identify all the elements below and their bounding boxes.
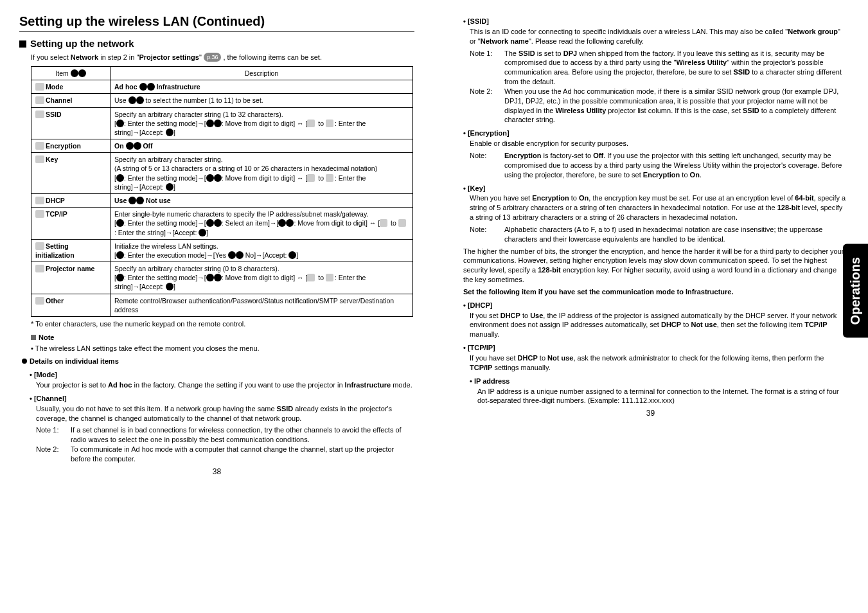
encryption-note: Note: Encryption is factory-set to Off. … xyxy=(470,151,848,180)
page: Setting up the wireless LAN (Continued) … xyxy=(0,0,868,613)
note-tag: Note 1: xyxy=(36,425,71,445)
ip-address-label: IP address xyxy=(470,377,848,386)
row-ssid-desc: Specify an arbitrary character string (1… xyxy=(111,107,413,139)
t: SSID xyxy=(743,107,759,114)
key-paragraph-2: The higher the number of bits, the stron… xyxy=(463,247,848,285)
t: projector list column. If this is the ca… xyxy=(606,107,743,114)
note-tag: Note 2: xyxy=(36,445,71,464)
table-row: Encryption On Off xyxy=(31,139,413,153)
left-icon xyxy=(206,174,214,182)
t: 64-bit xyxy=(795,194,813,202)
note-tag: Note: xyxy=(470,151,504,180)
row-projector-name-desc: Specify an arbitrary character string (0… xyxy=(111,262,413,294)
ssid-icon xyxy=(35,111,44,118)
enter-icon xyxy=(166,129,173,136)
right-icon xyxy=(214,274,222,281)
page-number-right: 39 xyxy=(453,408,848,418)
channel-body: Usually, you do not have to set this ite… xyxy=(36,404,414,423)
row-label: SSID xyxy=(46,111,62,118)
row-channel-desc: Use to select the number (1 to 11) to be… xyxy=(111,94,413,107)
note-tag: Note: xyxy=(470,225,504,244)
t: DHCP xyxy=(661,321,681,328)
t: DPJ xyxy=(563,49,577,57)
t: Encryption xyxy=(532,194,569,202)
left-icon xyxy=(126,142,134,150)
right-icon xyxy=(214,174,222,182)
right-column: [SSID] This is an ID code for connecting… xyxy=(434,0,867,613)
table-header-item-text: Item xyxy=(55,69,68,77)
left-icon xyxy=(128,96,136,104)
note-text: The SSID is set to DPJ when shipped from… xyxy=(504,49,848,87)
table-row: Other Remote control/Browser authenticat… xyxy=(31,294,413,316)
enter-icon xyxy=(116,219,124,227)
note-text: If a set channel is in bad connections f… xyxy=(71,425,414,445)
t: On xyxy=(690,171,700,179)
table-header-item: Item xyxy=(31,67,111,80)
key-notes: Note:Alphabetic characters (A to F, a to… xyxy=(470,225,848,244)
row-encryption-item: Encryption xyxy=(31,139,111,153)
row-dhcp-item: DHCP xyxy=(31,193,111,207)
table-row: SSID Specify an arbitrary character stri… xyxy=(31,107,413,139)
desc-text: On xyxy=(114,142,126,150)
intro-network: Network xyxy=(71,53,98,61)
num0-icon xyxy=(307,120,315,127)
ip-address-body: An IP address is a unique number assigne… xyxy=(477,387,848,406)
note-text: The wireless LAN settings take effect th… xyxy=(35,344,260,352)
note-heading: Note xyxy=(31,333,414,342)
t: Usually, you do not have to set this ite… xyxy=(36,405,277,413)
row-ssid-item: SSID xyxy=(31,107,111,139)
t: manually. xyxy=(470,330,499,338)
t: in the factory. Change the setting if yo… xyxy=(132,381,344,389)
channel-note-2: Note 2:To communicate in Ad hoc mode wit… xyxy=(36,445,414,464)
right-icon xyxy=(236,251,244,259)
desc-text: Use xyxy=(114,197,128,204)
t: Use xyxy=(530,312,543,319)
t: is set to xyxy=(535,49,563,57)
mode-icon xyxy=(35,83,44,91)
table-row: Key Specify an arbitrary character strin… xyxy=(31,153,413,194)
dhcp-icon xyxy=(35,197,44,204)
up-icon xyxy=(206,219,214,227)
t: . xyxy=(700,171,702,179)
num9-icon xyxy=(398,219,406,227)
down-icon xyxy=(214,219,222,227)
row-channel-item: Channel xyxy=(31,94,111,107)
table-row: Channel Use to select the number (1 to 1… xyxy=(31,94,413,107)
channel-note-1: Note 1:If a set channel is in bad connec… xyxy=(36,425,414,445)
main-title: Setting up the wireless LAN (Continued) xyxy=(19,13,414,32)
t: If you set xyxy=(470,312,500,319)
tcpip-label: [TCP/IP] xyxy=(463,343,848,353)
note-tag: Note 2: xyxy=(470,87,504,125)
section-heading-text: Setting up the network xyxy=(30,38,134,49)
other-icon xyxy=(35,297,44,305)
intro-text: " xyxy=(199,53,204,61)
t: Your projector is set to xyxy=(36,381,108,389)
row-label: Encryption xyxy=(46,142,81,150)
ssid-note-1: Note 1: The SSID is set to DPJ when ship… xyxy=(470,49,848,87)
section-heading-network: Setting up the network xyxy=(19,37,414,50)
t: This is an ID code for connecting to spe… xyxy=(470,28,788,35)
left-icon xyxy=(278,219,286,227)
num9-icon xyxy=(326,120,333,127)
left-icon xyxy=(128,197,136,204)
desc-text: Off xyxy=(141,142,153,150)
t: When you have set xyxy=(470,194,532,202)
num0-icon xyxy=(307,174,315,182)
row-setting-init-item: Setting initialization xyxy=(31,239,111,262)
dhcp-label: [DHCP] xyxy=(463,301,848,310)
row-tcpip-desc: Enter single-byte numeric characters to … xyxy=(111,208,413,240)
right-icon xyxy=(136,197,144,204)
enter-icon xyxy=(116,251,124,259)
page-number-left: 38 xyxy=(19,466,414,477)
row-dhcp-desc: Use Not use xyxy=(111,193,413,207)
t: Infrastructure xyxy=(345,381,391,389)
t: ". Please read the following carefully. xyxy=(529,37,644,45)
enter-icon xyxy=(116,274,124,281)
infrastructure-note: Set the following item if you have set t… xyxy=(463,287,848,297)
table-row: Projector name Specify an arbitrary char… xyxy=(31,262,413,294)
t: If you have set xyxy=(470,354,518,362)
row-mode-item: Mode xyxy=(31,80,111,94)
enter-icon xyxy=(116,174,124,182)
t: SSID xyxy=(518,49,535,57)
table-row: Mode Ad hoc Infrastructure xyxy=(31,80,413,94)
